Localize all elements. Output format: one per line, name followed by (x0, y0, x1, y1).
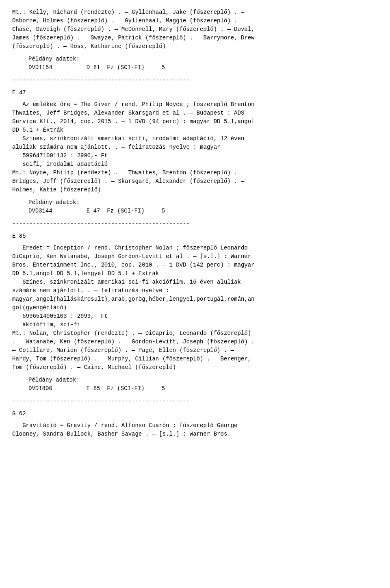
e47-desc-4: Színes, szinkronizált amerikai scifi, ir… (12, 135, 378, 143)
g62-desc-1: Clooney, Sandra Bullock, Basher Savage .… (12, 430, 378, 438)
divider-1: ----------------------------------------… (12, 76, 378, 85)
intro-line-3: Chase, Daveigh (főszereplő) . — McDonnel… (12, 25, 378, 34)
e85-desc-3: DD 5.1,angol DD 5.1,lengyel DD 5.1 + Ext… (12, 269, 378, 278)
pelda-section-2: Példány adatok: DVD3144 E 47 Fz (SCI-FI)… (28, 198, 378, 215)
pelda-data-3: DVD1800 E 85 Fz (SCI-FI) 5 (28, 384, 378, 393)
divider-3: ----------------------------------------… (12, 397, 378, 406)
e85-desc-8: 5996514005103 : 2999,- Ft (12, 312, 378, 321)
page-content: Mt.: Kelly, Richard (rendezte) . — Gylle… (12, 8, 378, 438)
e47-desc-8: Mt.: Noyce, Philip (rendezte) . — Thwait… (12, 169, 378, 177)
e47-code: E 47 (12, 89, 378, 97)
e47-desc-7: scifi, irodalmi adaptáció (12, 160, 378, 169)
block-g62: G 62 Gravitáció = Gravity / rend. Alfons… (12, 410, 378, 438)
intro-line-1: Mt.: Kelly, Richard (rendezte) . — Gylle… (12, 8, 378, 17)
e85-desc-13: Hardy, Tom (főszereplő) . — Murphy, Cill… (12, 355, 378, 363)
e85-desc-9: akciófilm, sci-fi (12, 321, 378, 329)
e47-desc-5: aluliak számára nem ajánlott. . — felira… (12, 143, 378, 152)
e47-desc-0: Az emlékek őre = The Giver / rend. Phili… (12, 100, 378, 109)
pelda-section-1: Példány adatok: DVD1154 D 81 Fz (SCI-FI)… (28, 55, 378, 72)
e85-desc-10: Mt.: Nolan, Christopher (rendezte) . — D… (12, 329, 378, 338)
g62-code: G 62 (12, 410, 378, 418)
e85-desc-2: Bros. Entertainment Inc., 2010, cop. 201… (12, 261, 378, 269)
divider-3-text: ----------------------------------------… (12, 398, 190, 404)
e85-desc-7: gol(gyengénlátó) (12, 304, 378, 312)
pelda-section-3: Példány adatok: DVD1800 E 85 Fz (SCI-FI)… (28, 376, 378, 393)
divider-1-text: ----------------------------------------… (12, 77, 190, 83)
g62-desc-0: Gravitáció = Gravity / rend. Alfonso Cua… (12, 421, 378, 430)
e47-desc-10: Holmes, Katie (főszereplő) (12, 186, 378, 194)
pelda-label-1: Példány adatok: (28, 55, 378, 63)
e47-desc-1: Thwaites, Jeff Bridges, Alexander Skarsg… (12, 109, 378, 117)
pelda-data-2: DVD3144 E 47 Fz (SCI-FI) 5 (28, 207, 378, 215)
e47-desc-9: Bridges, Jeff (főszereplő) . — Skarsgard… (12, 177, 378, 186)
intro-section: Mt.: Kelly, Richard (rendezte) . — Gylle… (12, 8, 378, 51)
e85-desc-6: magyar,angol(halláskárosult),arab,görög,… (12, 295, 378, 304)
e85-desc-14: Tom (főszereplő) . — Caine, Michael (fős… (12, 363, 378, 372)
e85-desc-11: . — Watanabe, Ken (főszereplő) . — Gordo… (12, 338, 378, 346)
e47-desc-2: Service Kft., 2014, cop. 2015 . — 1 DVD … (12, 117, 378, 126)
e85-desc-0: Eredet = Inception / rend. Christopher N… (12, 244, 378, 252)
block-e47: E 47 Az emlékek őre = The Giver / rend. … (12, 89, 378, 194)
intro-line-5: (főszereplő) . — Ross, Katharine (főszer… (12, 42, 378, 51)
block-e85: E 85 Eredet = Inception / rend. Christop… (12, 232, 378, 372)
e47-desc-6: 5996471001132 : 2990,- Ft (12, 152, 378, 160)
e85-desc-1: DiCaprio, Ken Watanabe, Joseph Gordon-Le… (12, 252, 378, 261)
e47-desc-3: DD 5.1 + Extrák (12, 126, 378, 135)
pelda-data-1: DVD1154 D 81 Fz (SCI-FI) 5 (28, 63, 378, 72)
e85-desc-12: — Cotillard, Marion (főszereplő) . — Pag… (12, 346, 378, 355)
pelda-label-3: Példány adatok: (28, 376, 378, 384)
e85-code: E 85 (12, 232, 378, 241)
e85-desc-5: számára nem ajánlott. . — feliratozás ny… (12, 286, 378, 295)
intro-line-2: Osborne, Holmes (főszereplő) . — Gyllenh… (12, 17, 378, 25)
pelda-label-2: Példány adatok: (28, 198, 378, 207)
intro-line-4: James (főszereplő) . — Swayze, Patrick (… (12, 34, 378, 42)
e85-desc-4: Színes, szinkronizált amerikai sci-fi ak… (12, 278, 378, 286)
divider-2: ----------------------------------------… (12, 219, 378, 228)
divider-2-text: ----------------------------------------… (12, 220, 190, 227)
